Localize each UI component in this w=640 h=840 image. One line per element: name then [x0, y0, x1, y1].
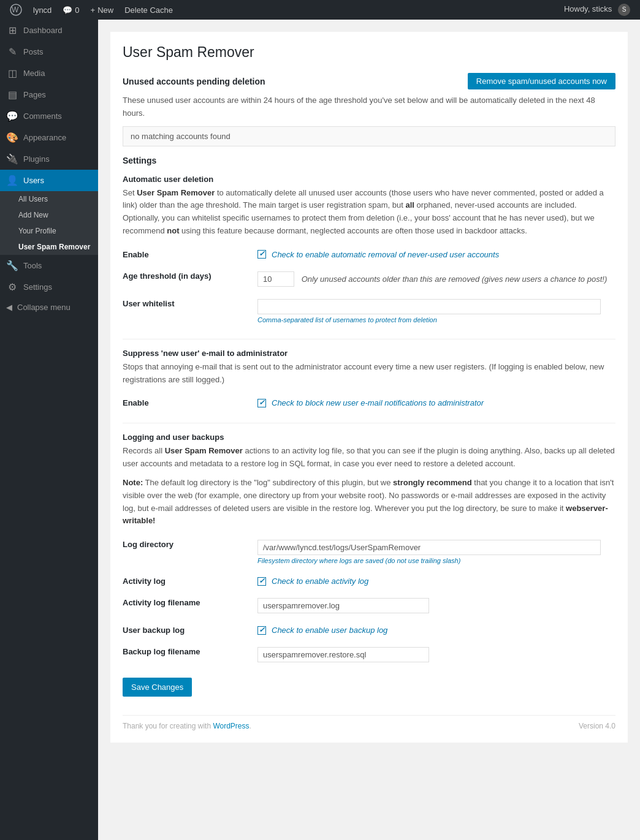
all-emphasis: all [406, 200, 414, 210]
strongly-recommend: strongly recommend [393, 478, 472, 487]
suppress-enable-label-cell: Enable [123, 392, 257, 414]
sidebar-label-plugins: Plugins [23, 154, 50, 164]
whitelist-row: User whitelist Comma-separated list of u… [123, 293, 615, 330]
sidebar-item-tools[interactable]: 🔧 Tools [0, 255, 98, 276]
admin-sidebar: ⊞ Dashboard ✎ Posts ◫ Media ▤ Page [0, 20, 98, 840]
submenu-your-profile[interactable]: Your Profile [0, 223, 98, 239]
page-footer: Thank you for creating with WordPress. V… [123, 715, 615, 730]
sidebar-item-plugins[interactable]: 🔌 Plugins [0, 148, 98, 170]
wordpress-link[interactable]: WordPress [213, 722, 249, 730]
dashboard-icon: ⊞ [6, 25, 18, 36]
collapse-menu[interactable]: ◀ Collapse menu [0, 298, 98, 317]
activity-filename-input[interactable] [257, 598, 429, 613]
site-name[interactable]: lyncd [28, 0, 56, 20]
add-new-label: Add New [18, 211, 48, 219]
submenu-user-spam-remover[interactable]: User Spam Remover [0, 239, 98, 255]
sidebar-label-appearance: Appearance [23, 133, 66, 142]
submenu-add-new[interactable]: Add New [0, 207, 98, 223]
suppress-enable-checkbox[interactable] [257, 399, 266, 407]
suppress-enable-check-cell: Check to block new user e-mail notificat… [257, 392, 615, 414]
suppress-check-text: Check to block new user e-mail notificat… [272, 398, 484, 407]
log-dir-label-cell: Log directory [123, 534, 257, 570]
comments-count: 0 [75, 6, 79, 15]
whitelist-input[interactable] [257, 299, 601, 314]
age-label: Age threshold (in days) [123, 271, 211, 281]
log-dir-input[interactable] [257, 540, 601, 555]
backup-log-check-label[interactable]: Check to enable user backup log [257, 626, 615, 635]
auto-delete-heading: Automatic user deletion [123, 175, 615, 184]
sidebar-item-users[interactable]: 👤 Users All Users Add New [0, 170, 98, 255]
activity-log-check-cell: Check to enable activity log [257, 570, 615, 592]
unused-accounts-header: Unused accounts pending deletion Remove … [123, 73, 615, 89]
delete-cache-link[interactable]: Delete Cache [120, 0, 178, 20]
enable-label-cell: Enable [123, 244, 257, 265]
content-wrap: User Spam Remover Unused accounts pendin… [110, 32, 628, 743]
backup-log-check-text: Check to enable user backup log [272, 626, 387, 635]
wp-logo[interactable]: W [5, 0, 27, 20]
backup-filename-input-cell [257, 641, 615, 668]
backup-filename-row: Backup log filename [123, 641, 615, 668]
sidebar-item-pages[interactable]: ▤ Pages [0, 84, 98, 105]
your-profile-label: Your Profile [18, 227, 56, 235]
whitelist-label-cell: User whitelist [123, 293, 257, 330]
sidebar-label-comments: Comments [23, 112, 62, 121]
logging-description: Records all User Spam Remover actions to… [123, 445, 615, 471]
submenu-all-users[interactable]: All Users [0, 191, 98, 207]
plugin-name-1: User Spam Remover [137, 188, 215, 197]
whitelist-input-cell: Comma-separated list of usernames to pro… [257, 293, 615, 330]
backup-filename-label-cell: Backup log filename [123, 641, 257, 668]
page-title: User Spam Remover [123, 44, 615, 61]
sidebar-item-posts[interactable]: ✎ Posts [0, 41, 98, 62]
activity-log-row: Activity log Check to enable activity lo… [123, 570, 615, 592]
media-icon: ◫ [6, 67, 18, 79]
enable-auto-delete-label[interactable]: Check to enable automatic removal of nev… [257, 250, 615, 259]
age-threshold-input[interactable] [257, 271, 294, 287]
suppress-enable-label-check[interactable]: Check to block new user e-mail notificat… [257, 398, 615, 407]
suppress-table: Enable Check to block new user e-mail no… [123, 392, 615, 414]
comments-icon: 💬 [6, 110, 18, 122]
activity-log-label-cell: Activity log [123, 570, 257, 592]
sidebar-item-media[interactable]: ◫ Media [0, 62, 98, 84]
admin-bar: W lyncd 💬 0 + New Delete Cache Howdy, st… [0, 0, 640, 20]
unused-accounts-heading: Unused accounts pending deletion [123, 77, 265, 86]
suppress-heading: Suppress 'new user' e-mail to administra… [123, 349, 615, 358]
logging-table: Log directory Filesystem directory where… [123, 534, 615, 668]
all-users-label: All Users [18, 195, 48, 203]
comments-link[interactable]: 💬 0 [58, 0, 84, 20]
posts-icon: ✎ [6, 46, 18, 58]
enable-auto-delete-checkbox[interactable] [257, 250, 266, 259]
collapse-label: Collapse menu [17, 303, 70, 312]
whitelist-label: User whitelist [123, 299, 175, 308]
sidebar-label-tools: Tools [23, 261, 42, 270]
sidebar-label-dashboard: Dashboard [23, 26, 63, 35]
backup-filename-label: Backup log filename [123, 647, 200, 656]
delete-cache-label: Delete Cache [124, 6, 173, 15]
sidebar-label-media: Media [23, 69, 45, 78]
enable-check-cell: Check to enable automatic removal of nev… [257, 244, 615, 265]
user-spam-remover-label: User Spam Remover [18, 243, 90, 251]
activity-log-checkbox[interactable] [257, 577, 266, 586]
remove-spam-button[interactable]: Remove spam/unused accounts now [468, 73, 615, 89]
section-divider-2 [123, 423, 615, 423]
users-icon: 👤 [6, 175, 18, 186]
new-content-link[interactable]: + New [86, 0, 119, 20]
backup-log-checkbox[interactable] [257, 626, 266, 635]
no-match-text: no matching accounts found [131, 132, 230, 141]
sidebar-item-settings[interactable]: ⚙ Settings [0, 276, 98, 298]
unused-accounts-description: These unused user accounts are within 24… [123, 94, 615, 120]
sidebar-item-dashboard[interactable]: ⊞ Dashboard [0, 20, 98, 41]
footer-thanks: Thank you for creating with WordPress. [123, 722, 251, 730]
activity-log-check-label[interactable]: Check to enable activity log [257, 577, 615, 586]
save-changes-button[interactable]: Save Changes [123, 678, 192, 697]
backup-filename-input[interactable] [257, 647, 429, 662]
age-threshold-row: Age threshold (in days) Only unused acco… [123, 265, 615, 293]
sidebar-label-users: Users [23, 176, 44, 185]
suppress-description: Stops that annoying e-mail that is sent … [123, 361, 615, 387]
auto-delete-description: Set User Spam Remover to automatically d… [123, 187, 615, 238]
howdy-text: Howdy, sticks [564, 4, 612, 13]
activity-filename-label: Activity log filename [123, 598, 200, 607]
activity-log-label: Activity log [123, 577, 166, 586]
sidebar-item-appearance[interactable]: 🎨 Appearance [0, 127, 98, 148]
sidebar-item-comments[interactable]: 💬 Comments [0, 105, 98, 127]
version-text: Version 4.0 [579, 722, 615, 730]
